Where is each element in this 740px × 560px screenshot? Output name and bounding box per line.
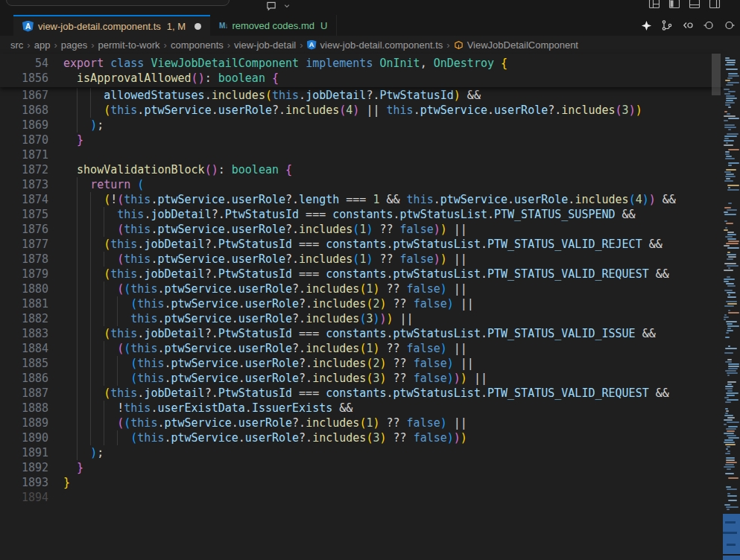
code-line[interactable]: 1889 ((this.ptwService.userRole?.include… — [0, 416, 740, 430]
sticky-scroll[interactable]: 54export class ViewJobDetailComponent im… — [0, 54, 723, 87]
minimap-line — [726, 178, 730, 179]
line-number[interactable]: 1873 — [0, 177, 63, 192]
code-line[interactable]: 1877 (this.jobDetail?.PtwStatusId === co… — [0, 237, 740, 252]
code-line[interactable]: 1893} — [0, 475, 740, 490]
minimap-line — [724, 466, 735, 468]
line-number[interactable]: 1880 — [0, 281, 63, 296]
line-number[interactable]: 1882 — [0, 311, 63, 326]
breadcrumb-item-permit-to-work[interactable]: permit-to-work — [98, 39, 160, 51]
minimap-line — [726, 506, 739, 508]
scrollbar-thumb[interactable] — [712, 54, 721, 95]
line-number[interactable]: 1876 — [0, 222, 63, 237]
line-number[interactable]: 1894 — [0, 490, 63, 505]
minimap-line — [727, 359, 732, 360]
indent-guide — [90, 326, 91, 341]
code-line[interactable]: 1888 !this.userExistData.IssuerExists && — [0, 401, 740, 416]
line-number[interactable]: 54 — [0, 56, 63, 71]
line-number[interactable]: 1893 — [0, 475, 63, 490]
code-line[interactable]: 1876 (this.ptwService.userRole?.includes… — [0, 222, 740, 237]
customize-layout-icon[interactable] — [648, 0, 660, 10]
line-number[interactable]: 1879 — [0, 267, 63, 281]
toggle-panel-icon[interactable] — [689, 0, 701, 10]
breadcrumb-item-view-job-detail[interactable]: view-job-detail — [234, 39, 296, 51]
code-content: showValidationBlock(): boolean { — [63, 162, 740, 177]
code-line[interactable]: 1882 this.ptwService.userRole?.includes(… — [0, 311, 740, 326]
minimap[interactable] — [723, 54, 740, 560]
code-line[interactable]: 1856 isApprovalAllowed(): boolean { — [0, 71, 723, 86]
line-number[interactable]: 1884 — [0, 341, 63, 356]
next-change-icon[interactable] — [724, 19, 736, 31]
minimap-line — [725, 386, 733, 387]
copilot-icon[interactable] — [641, 20, 652, 31]
tab-view-job-detail[interactable]: A view-job-detail.component.ts 1, M — [13, 15, 210, 36]
line-number[interactable]: 1885 — [0, 356, 63, 371]
code-line[interactable]: 1881 (this.ptwService.userRole?.includes… — [0, 296, 740, 311]
line-number[interactable]: 1883 — [0, 326, 63, 341]
code-line[interactable]: 1869 ); — [0, 118, 740, 133]
minimap-line — [727, 252, 730, 253]
line-number[interactable]: 1868 — [0, 103, 63, 118]
line-number[interactable]: 1856 — [0, 71, 63, 86]
code-line[interactable]: 1892 } — [0, 460, 740, 475]
breadcrumb-item-src[interactable]: src — [10, 39, 23, 51]
line-number[interactable]: 1867 — [0, 88, 63, 103]
line-number[interactable]: 1890 — [0, 430, 63, 445]
code-content: (!(this.ptwService.userRole?.length === … — [63, 192, 740, 207]
code-line[interactable]: 1885 (this.ptwService.userRole?.includes… — [0, 356, 740, 371]
command-center[interactable] — [6, 0, 230, 6]
code-line[interactable]: 1873 return ( — [0, 177, 740, 192]
dirty-indicator[interactable] — [195, 23, 201, 30]
line-number[interactable]: 1881 — [0, 296, 63, 311]
code-line[interactable]: 1883 (this.jobDetail?.PtwStatusId === co… — [0, 326, 740, 341]
vscode-window: A view-job-detail.component.ts 1, M M↓ r… — [0, 0, 740, 560]
breadcrumb-item-components[interactable]: components — [171, 39, 224, 51]
code-content: (this.jobDetail?.PtwStatusId === constan… — [63, 237, 740, 252]
line-number[interactable]: 1874 — [0, 192, 63, 207]
code-line[interactable]: 1890 (this.ptwService.userRole?.includes… — [0, 430, 740, 445]
line-number[interactable]: 1869 — [0, 118, 63, 133]
code-line[interactable]: 1867 allowedStatuses.includes(this.jobDe… — [0, 88, 740, 103]
chevron-down-icon[interactable] — [283, 1, 291, 12]
previous-change-icon[interactable] — [703, 19, 715, 31]
line-number[interactable]: 1886 — [0, 371, 63, 386]
line-number[interactable]: 1875 — [0, 207, 63, 222]
breadcrumb-item-app[interactable]: app — [34, 39, 51, 51]
tab-removed-codes[interactable]: M↓ removed codes.md U — [210, 15, 337, 36]
breadcrumb-item-pages[interactable]: pages — [61, 39, 87, 51]
line-number[interactable]: 1878 — [0, 252, 63, 267]
source-control-graph-icon[interactable] — [661, 19, 673, 31]
breadcrumb-symbol[interactable]: ViewJobDetailComponent — [467, 39, 578, 51]
line-number[interactable]: 1889 — [0, 416, 63, 430]
code-line[interactable]: 1871 — [0, 147, 740, 162]
code-line[interactable]: 1887 (this.jobDetail?.PtwStatusId === co… — [0, 386, 740, 401]
code-line[interactable]: 1884 ((this.ptwService.userRole?.include… — [0, 341, 740, 356]
code-line[interactable]: 1879 (this.jobDetail?.PtwStatusId === co… — [0, 267, 740, 281]
toggle-primary-sidebar-icon[interactable] — [668, 0, 680, 10]
code-line[interactable]: 1891 ); — [0, 445, 740, 460]
chat-icon[interactable] — [265, 1, 277, 12]
code-line[interactable]: 1880 ((this.ptwService.userRole?.include… — [0, 281, 740, 296]
code-line[interactable]: 1874 (!(this.ptwService.userRole?.length… — [0, 192, 740, 207]
breadcrumb-file[interactable]: view-job-detail.component.ts — [320, 39, 443, 51]
line-number[interactable]: 1877 — [0, 237, 63, 252]
line-number[interactable]: 1892 — [0, 460, 63, 475]
code-line[interactable]: 1870 } — [0, 133, 740, 147]
code-line[interactable]: 1894 — [0, 490, 740, 505]
line-number[interactable]: 1872 — [0, 162, 63, 177]
minimap-line — [727, 328, 731, 329]
code-line[interactable]: 1878 (this.ptwService.userRole?.includes… — [0, 252, 740, 267]
line-number[interactable]: 1870 — [0, 133, 63, 147]
indent-guide — [90, 386, 91, 401]
minimap-line — [724, 93, 730, 95]
code-line[interactable]: 1872 showValidationBlock(): boolean { — [0, 162, 740, 177]
open-changes-icon[interactable] — [682, 19, 694, 31]
toggle-secondary-sidebar-icon[interactable] — [709, 0, 721, 10]
line-number[interactable]: 1888 — [0, 401, 63, 416]
code-line[interactable]: 1886 (this.ptwService.userRole?.includes… — [0, 371, 740, 386]
code-line[interactable]: 1875 this.jobDetail?.PtwStatusId === con… — [0, 207, 740, 222]
line-number[interactable]: 1891 — [0, 445, 63, 460]
code-line[interactable]: 1868 (this.ptwService.userRole?.includes… — [0, 103, 740, 118]
code-line[interactable]: 54export class ViewJobDetailComponent im… — [0, 56, 723, 71]
line-number[interactable]: 1887 — [0, 386, 63, 401]
line-number[interactable]: 1871 — [0, 147, 63, 162]
